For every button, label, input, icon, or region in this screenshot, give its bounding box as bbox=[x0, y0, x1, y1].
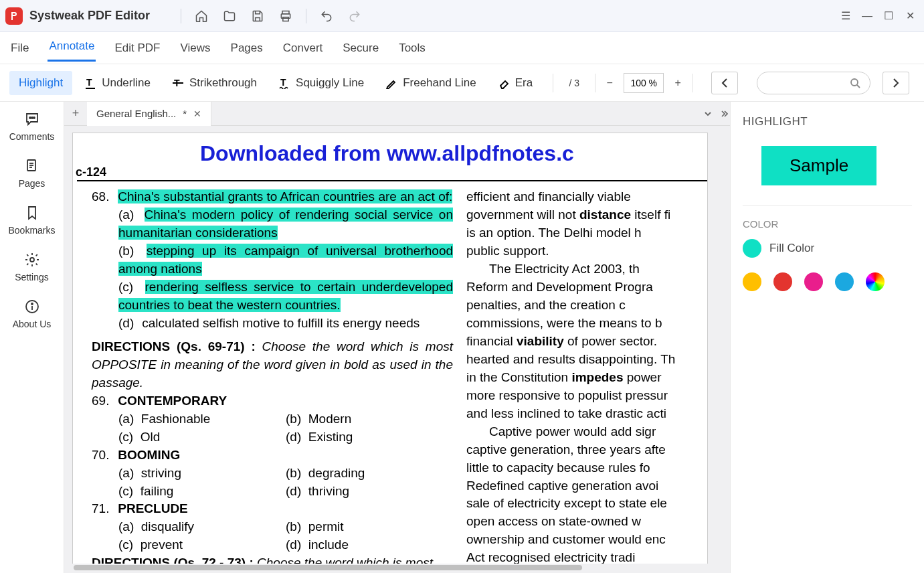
zoom-out-button[interactable]: − bbox=[599, 74, 620, 92]
svg-point-8 bbox=[851, 79, 858, 86]
sidebar-item-bookmarks[interactable]: Bookmarks bbox=[8, 205, 55, 236]
tool-freehand-line[interactable]: Freehand Line bbox=[376, 71, 486, 95]
underline-icon: T bbox=[84, 77, 96, 89]
open-folder-icon[interactable] bbox=[217, 4, 242, 28]
tool-strikethrough[interactable]: T Strikethrough bbox=[163, 71, 266, 95]
title-bar: Systweak PDF Editor ☰ — ☐ ✕ bbox=[0, 0, 924, 32]
left-column: 68. China's substantial grants to Africa… bbox=[92, 188, 453, 568]
window-controls: ☰ — ☐ ✕ bbox=[837, 4, 919, 28]
current-color-swatch[interactable] bbox=[743, 239, 761, 258]
new-tab-button[interactable]: + bbox=[64, 102, 87, 126]
tab-title: General English... bbox=[96, 108, 176, 119]
sidebar-item-settings[interactable]: Settings bbox=[15, 252, 49, 282]
bookmark-icon bbox=[24, 205, 40, 221]
pencil-icon bbox=[385, 77, 397, 89]
document-area: + General English... * ✕ Downloaded from… bbox=[64, 102, 730, 573]
save-icon[interactable] bbox=[246, 4, 270, 28]
close-tab-icon[interactable]: ✕ bbox=[193, 108, 201, 119]
right-column: efficient and financially viable governm… bbox=[466, 188, 694, 568]
swatch-red[interactable] bbox=[773, 272, 792, 291]
annotate-toolbar: Highlight T Underline T Strikethrough T … bbox=[0, 64, 924, 102]
zoom-in-button[interactable]: + bbox=[668, 74, 688, 92]
page-count: / 3 bbox=[557, 74, 591, 92]
color-section-label: COLOR bbox=[743, 218, 912, 230]
color-swatches-row bbox=[743, 272, 912, 291]
print-icon[interactable] bbox=[274, 4, 298, 28]
sidebar-item-pages[interactable]: Pages bbox=[19, 158, 45, 189]
eraser-icon bbox=[498, 77, 510, 89]
undo-icon[interactable] bbox=[314, 4, 339, 28]
swatch-pink[interactable] bbox=[804, 272, 823, 291]
left-sidebar: Comments Pages Bookmarks Settings About … bbox=[0, 102, 64, 573]
tool-underline[interactable]: T Underline bbox=[75, 71, 160, 95]
page-banner: Downloaded from www.allpdfnotes.c bbox=[200, 141, 574, 166]
menu-tools[interactable]: Tools bbox=[397, 36, 427, 60]
menu-annotate[interactable]: Annotate bbox=[48, 34, 96, 62]
svg-point-17 bbox=[30, 258, 34, 262]
document-viewport[interactable]: Downloaded from www.allpdfnotes.c c-124 … bbox=[64, 126, 730, 573]
tab-dropdown-icon[interactable] bbox=[698, 102, 718, 126]
hamburger-icon[interactable]: ☰ bbox=[837, 4, 854, 28]
info-icon bbox=[24, 299, 40, 315]
menu-file[interactable]: File bbox=[9, 36, 30, 60]
app-logo-icon bbox=[5, 7, 23, 25]
separator bbox=[306, 9, 306, 23]
svg-rect-2 bbox=[283, 17, 288, 21]
pages-icon bbox=[23, 158, 39, 174]
divider bbox=[743, 206, 912, 206]
swatch-custom-color[interactable] bbox=[866, 272, 885, 291]
squiggly-icon: T bbox=[278, 77, 290, 89]
search-input[interactable] bbox=[757, 72, 870, 94]
comments-icon bbox=[24, 111, 40, 127]
prev-page-button[interactable] bbox=[711, 72, 738, 94]
swatch-yellow[interactable] bbox=[743, 272, 761, 291]
svg-text:T: T bbox=[280, 77, 286, 88]
redo-icon[interactable] bbox=[343, 4, 367, 28]
next-page-button[interactable] bbox=[883, 72, 909, 94]
page-number-label: c-124 bbox=[76, 165, 106, 179]
menu-edit-pdf[interactable]: Edit PDF bbox=[113, 36, 161, 60]
sample-preview: Sample bbox=[761, 146, 876, 185]
tool-highlight[interactable]: Highlight bbox=[9, 71, 72, 95]
menu-pages[interactable]: Pages bbox=[229, 36, 264, 60]
search-icon bbox=[850, 78, 860, 88]
tab-dirty-indicator: * bbox=[183, 108, 187, 119]
tool-eraser[interactable]: Era bbox=[488, 71, 542, 95]
horizontal-scrollbar[interactable] bbox=[72, 564, 708, 572]
tool-squiggly-line[interactable]: T Squiggly Line bbox=[269, 71, 373, 95]
svg-point-10 bbox=[29, 117, 31, 118]
gear-icon bbox=[24, 252, 40, 268]
panel-collapse-icon[interactable] bbox=[718, 110, 730, 118]
menu-convert[interactable]: Convert bbox=[282, 36, 325, 60]
fill-color-label: Fill Color bbox=[769, 242, 814, 255]
separator bbox=[181, 9, 181, 23]
svg-line-9 bbox=[857, 85, 860, 88]
page-navigation: / 3 − 100 % + bbox=[550, 73, 695, 93]
sidebar-item-about[interactable]: About Us bbox=[13, 299, 52, 329]
minimize-button[interactable]: — bbox=[858, 4, 876, 28]
svg-text:T: T bbox=[86, 77, 92, 88]
strikethrough-icon: T bbox=[172, 77, 184, 89]
zoom-level[interactable]: 100 % bbox=[624, 73, 664, 93]
sidebar-item-comments[interactable]: Comments bbox=[9, 111, 55, 142]
fill-color-row[interactable]: Fill Color bbox=[743, 239, 912, 258]
properties-panel: HIGHLIGHT Sample COLOR Fill Color bbox=[730, 102, 924, 573]
app-title: Systweak PDF Editor bbox=[29, 9, 150, 23]
menu-secure[interactable]: Secure bbox=[341, 36, 380, 60]
maximize-button[interactable]: ☐ bbox=[880, 4, 897, 28]
document-tabs: + General English... * ✕ bbox=[64, 102, 730, 126]
panel-title: HIGHLIGHT bbox=[743, 115, 912, 129]
document-tab[interactable]: General English... * ✕ bbox=[87, 102, 211, 126]
swatch-blue[interactable] bbox=[835, 272, 854, 291]
pdf-page: Downloaded from www.allpdfnotes.c c-124 … bbox=[72, 133, 708, 568]
menu-bar: File Annotate Edit PDF Views Pages Conve… bbox=[0, 32, 924, 64]
home-icon[interactable] bbox=[189, 4, 213, 28]
menu-views[interactable]: Views bbox=[179, 36, 212, 60]
svg-point-11 bbox=[31, 117, 33, 118]
svg-point-12 bbox=[33, 117, 35, 118]
close-button[interactable]: ✕ bbox=[901, 4, 919, 28]
svg-point-20 bbox=[31, 303, 33, 305]
